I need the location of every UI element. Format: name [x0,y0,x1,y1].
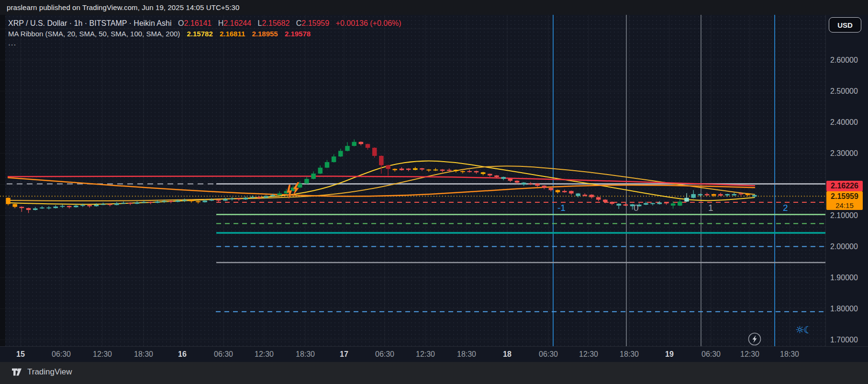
time-tick-label: 12:30 [740,350,759,359]
time-tick-label: 06:30 [52,350,71,359]
time-tick-label: 12:30 [416,350,435,359]
price-tick-label: 2.30000 [830,149,858,158]
interval-label: 1h [74,19,83,27]
tradingview-logo[interactable]: TradingView [11,367,72,377]
time-tick-label: 17 [340,350,348,359]
sma100-value: 2.18955 [252,30,278,38]
open-value: 2.16141 [184,19,211,27]
time-tick-label: 06:30 [701,350,721,359]
symbol-legend-row[interactable]: XRP / U.S. Dollar · 1h · BITSTAMP · Heik… [8,18,401,28]
time-axis[interactable]: 1506:3012:3018:301606:3012:3018:301706:3… [0,346,868,362]
price-level-label-red: 2.16226 [826,181,863,191]
price-tick-label: 2.00000 [830,242,858,251]
price-tick-label: 2.50000 [830,87,858,96]
legend-separator: · [85,19,87,27]
price-tick-label: 1.70000 [830,336,858,344]
chart-type-label: Heikin Ashi [134,19,171,27]
price-tick-label: 2.10000 [830,211,858,220]
time-tick-label: 06:30 [539,350,558,359]
time-tick-label: 16 [178,350,187,359]
time-tick-label: 12:30 [579,350,598,359]
price-axis[interactable]: USD 2.600002.500002.400002.300002.100002… [825,15,868,346]
sma20-value: 2.15782 [187,30,213,38]
footer-bar: TradingView [0,362,868,384]
legend-separator: · [69,19,72,27]
ma-ribbon-legend-row[interactable]: MA Ribbon (SMA, 20, SMA, 50, SMA, 100, S… [8,29,401,39]
current-price-value: 2.15959 [831,192,858,201]
low-value: 2.15682 [262,19,289,27]
price-tick-label: 1.80000 [830,305,858,313]
time-tick-label: 06:30 [375,350,394,359]
time-tick-label: 18:30 [134,350,153,359]
time-tick-label: 18:30 [457,350,476,359]
time-tick-label: 18 [503,350,512,359]
day-counter-label: 2 [783,203,788,213]
time-tick-label: 12:30 [255,350,274,359]
price-tick-label: 1.90000 [830,274,858,282]
chart-canvas[interactable] [0,15,825,346]
tradingview-logo-text: TradingView [27,367,72,377]
time-tick-label: 12:30 [93,350,112,359]
legend-more-indicator[interactable]: ... [8,38,401,48]
publish-info-bar: praslearn published on TradingView.com, … [0,0,868,15]
day-counter-label: -1 [557,203,566,213]
time-tick-label: 18:30 [780,350,799,359]
time-tick-label: 18:30 [620,350,639,359]
bar-countdown: 24:15 [835,201,854,210]
day-counter-label: 0 [634,203,639,213]
high-value: 2.16244 [223,19,251,27]
symbol-title: XRP / U.S. Dollar [8,19,67,27]
legend-separator: · [129,19,132,27]
ma-ribbon-label: MA Ribbon (SMA, 20, SMA, 50, SMA, 100, S… [8,30,180,38]
open-label: O [178,19,184,27]
chart-left-margin [0,15,5,346]
time-tick-label: 18:30 [296,350,315,359]
time-tick-label: 06:30 [214,350,233,359]
sma50-value: 2.16811 [220,30,245,38]
sun-moon-sticker[interactable]: ☼☾ [795,324,812,336]
price-tick-label: 2.40000 [830,118,858,127]
sma200-value: 2.19578 [285,30,311,38]
tradingview-logo-icon [11,367,23,377]
currency-toggle-button[interactable]: USD [829,17,861,33]
time-tick-label: 15 [16,350,25,359]
close-value: 2.15959 [301,19,329,27]
close-label: C [296,19,302,27]
day-counter-label: 1 [708,203,713,213]
chart-legend: XRP / U.S. Dollar · 1h · BITSTAMP · Heik… [8,18,401,48]
current-price-label: 2.15959 24:15 [826,191,863,210]
high-label: H [218,19,224,27]
tradingview-published-chart: praslearn published on TradingView.com, … [0,0,868,384]
time-tick-label: 19 [665,350,674,359]
exchange-label: BITSTAMP [89,19,127,27]
change-value: +0.00136 (+0.06%) [336,19,401,27]
publish-info-text: praslearn published on TradingView.com, … [7,3,239,11]
price-tick-label: 2.60000 [830,56,858,65]
